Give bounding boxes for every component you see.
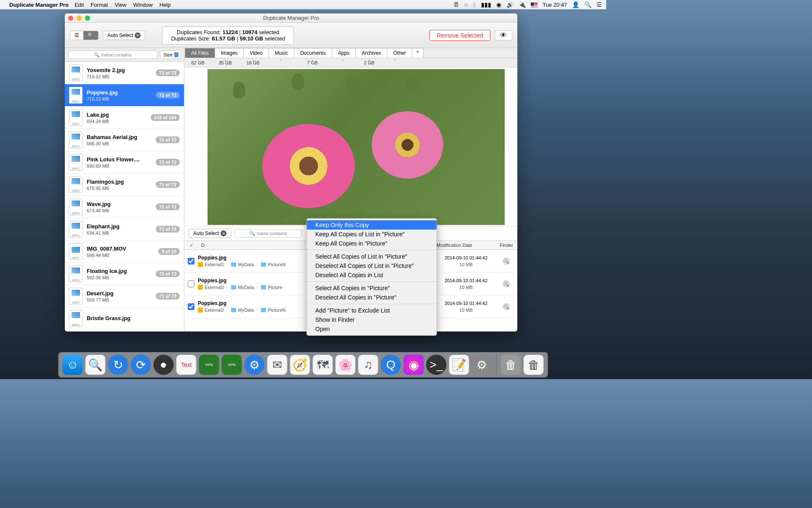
column-checkbox[interactable]: ✓ <box>184 243 198 248</box>
dock-app-icon[interactable]: ↻ <box>108 355 128 375</box>
file-list[interactable]: JPEG Yosemite 2.jpg719.52 MB 71 of 72JPE… <box>65 62 184 332</box>
reveal-in-finder-icon[interactable]: 🔍 <box>503 280 510 288</box>
category-tab[interactable]: Other <box>387 48 412 58</box>
clear-icon[interactable]: ✕ <box>221 230 226 236</box>
spotlight-icon[interactable]: 🔍 <box>584 1 591 8</box>
context-menu-item[interactable]: Open <box>307 324 437 334</box>
copy-checkbox[interactable] <box>188 258 194 265</box>
context-menu-item[interactable]: Deselect All Copies in "Picture" <box>307 293 437 302</box>
context-menu-item[interactable]: Select All Copies in "Picture" <box>307 283 437 293</box>
dock-vpn-icon[interactable]: VPN <box>199 355 219 375</box>
context-menu-item[interactable]: Add "Picture" to Exclude List <box>307 306 437 315</box>
view-mode-segmented[interactable]: ☰ 🔍 <box>70 31 99 40</box>
dock-app-icon[interactable]: ⟳ <box>131 355 151 375</box>
file-size: 719.52 MB <box>87 74 152 79</box>
dock-trash-icon[interactable]: 🗑 <box>524 355 544 375</box>
window-close-button[interactable] <box>68 16 73 21</box>
notification-center-icon[interactable]: ☰ <box>596 1 602 8</box>
auto-select-button[interactable]: Auto Select ✕ <box>103 31 145 40</box>
file-item[interactable]: JPEG Pink Lotus Flower....680.69 MB 71 o… <box>65 151 184 174</box>
input-source-icon[interactable] <box>531 3 538 7</box>
copy-checkbox[interactable] <box>188 303 194 310</box>
selection-badge: 71 of 72 <box>156 181 180 188</box>
file-item[interactable]: JPEG Flamingos.jpg678.95 MB 71 of 72 <box>65 174 184 196</box>
app-menu[interactable]: Duplicate Manager Pro <box>9 2 69 8</box>
dock-trash-icon[interactable]: 🗑 <box>501 355 521 375</box>
dock-app-icon[interactable]: Text <box>176 355 197 375</box>
power-icon[interactable]: 🔌 <box>519 1 526 8</box>
copies-auto-select-button[interactable]: Auto Select✕ <box>189 229 231 238</box>
copies-search-input[interactable]: 🔍 name contains <box>234 229 302 238</box>
dock-notes-icon[interactable]: 📝 <box>449 355 469 375</box>
category-tab[interactable]: Apps <box>332 48 356 58</box>
column-modification[interactable]: Modification Date <box>437 243 495 248</box>
category-tab[interactable]: Images <box>215 48 244 58</box>
dock-siri-icon[interactable]: ◉ <box>404 355 424 375</box>
volume-icon[interactable]: 🔊 <box>506 1 514 8</box>
context-menu-item[interactable]: Select All Copies of List in "Picture" <box>307 252 437 261</box>
menu-help[interactable]: Help <box>160 2 171 8</box>
window-zoom-button[interactable] <box>85 16 90 21</box>
dock-photos-icon[interactable]: 🌸 <box>335 355 356 375</box>
remove-selected-button[interactable]: Remove Selected <box>429 30 490 41</box>
file-item[interactable]: JPEG Poppies.jpg710.13 MB 71 of 72 <box>65 84 184 107</box>
category-tab[interactable]: All Files <box>185 48 215 58</box>
category-tab[interactable]: Documents <box>294 48 332 58</box>
bluetooth-icon[interactable]: ᛒ <box>473 1 476 8</box>
context-menu-item[interactable]: Keep Only this Copy <box>307 220 437 230</box>
file-item[interactable]: JPEG Floating Ice.jpg592.36 MB 71 of 72 <box>65 263 184 285</box>
file-item[interactable]: JPEG Bahamas Aerial.jpg688.30 MB 71 of 7… <box>65 129 184 151</box>
file-name: Desert.jpg <box>87 290 152 297</box>
dock-maps-icon[interactable]: 🗺 <box>313 355 333 375</box>
dock-quicktime-icon[interactable]: Q <box>381 355 401 375</box>
dock-preferences-icon[interactable]: ⚙ <box>472 355 492 375</box>
file-type-icon: JPEG <box>69 198 83 215</box>
context-menu-item[interactable]: Deselect All Copies in List <box>307 270 437 280</box>
clock[interactable]: Tue 20:47 <box>543 2 567 8</box>
dock-mail-icon[interactable]: ✉ <box>267 355 288 375</box>
menu-edit[interactable]: Edit <box>75 2 84 8</box>
list-view-icon[interactable]: ☰ <box>70 31 83 40</box>
context-menu-item[interactable]: Keep All Copies in "Picture" <box>307 239 437 248</box>
dock-app-icon[interactable]: ⚙ <box>245 355 265 375</box>
file-item[interactable]: JPEG Lake.jpg694.24 MB 143 of 144 <box>65 107 184 129</box>
menu-view[interactable]: View <box>114 2 126 8</box>
file-item[interactable]: JPEG Bristle Grass.jpg <box>65 307 184 330</box>
dock-terminal-icon[interactable]: >_ <box>426 355 447 375</box>
window-minimize-button[interactable] <box>77 16 82 21</box>
dock-app-icon[interactable]: ● <box>154 355 174 375</box>
dock-app-icon[interactable]: 🔍 <box>85 355 106 375</box>
category-tab[interactable]: Video <box>243 48 269 58</box>
sort-select[interactable]: Size <box>160 51 181 59</box>
clear-icon[interactable]: ✕ <box>135 32 141 38</box>
sidebar-search-input[interactable]: 🔍 name contains <box>68 51 157 59</box>
grid-view-icon[interactable]: 🔍 <box>83 31 98 40</box>
file-item[interactable]: JPEG Elephant.jpg634.41 MB 71 of 72 <box>65 218 184 241</box>
collapse-button[interactable]: ⌃ <box>412 48 423 58</box>
wifi-icon[interactable]: ◉ <box>496 1 501 8</box>
file-item[interactable]: MOV IMG_0087.MOV598.44 MB 9 of 10 <box>65 241 184 263</box>
preview-toggle-button[interactable]: 👁 <box>495 30 512 40</box>
user-icon[interactable]: 👤 <box>572 1 579 8</box>
column-finder[interactable]: Finder <box>495 243 517 248</box>
context-menu-item[interactable]: Show in Finder <box>307 315 437 324</box>
file-item[interactable]: JPEG Desert.jpg559.77 MB 71 of 72 <box>65 285 184 307</box>
menu-window[interactable]: Window <box>133 2 152 8</box>
menu-format[interactable]: Format <box>91 2 108 8</box>
file-item[interactable]: JPEG Wave.jpg673.48 MB 71 of 72 <box>65 196 184 218</box>
category-tab[interactable]: Archives <box>355 48 387 58</box>
copy-checkbox[interactable] <box>188 281 194 287</box>
context-menu-item[interactable]: Deselect All Copies of List in "Picture" <box>307 261 437 270</box>
dock-safari-icon[interactable]: 🧭 <box>290 355 310 375</box>
reveal-in-finder-icon[interactable]: 🔍 <box>503 303 510 310</box>
reveal-in-finder-icon[interactable]: 🔍 <box>503 257 510 265</box>
calendar-menu-icon[interactable]: 🗓 <box>453 1 459 8</box>
file-item[interactable]: JPEG Yosemite 2.jpg719.52 MB 71 of 72 <box>65 62 184 84</box>
dock-vpn-icon[interactable]: VPN <box>222 355 242 375</box>
status-icon[interactable]: ⎋ <box>464 1 468 8</box>
battery-icon[interactable]: ▮▮▮ <box>481 1 491 8</box>
category-tab[interactable]: Music <box>269 48 294 58</box>
dock-music-icon[interactable]: ♫ <box>358 355 378 375</box>
context-menu-item[interactable]: Keep All Copies of List in "Picture" <box>307 230 437 239</box>
dock-finder-icon[interactable]: ☺ <box>63 355 83 375</box>
